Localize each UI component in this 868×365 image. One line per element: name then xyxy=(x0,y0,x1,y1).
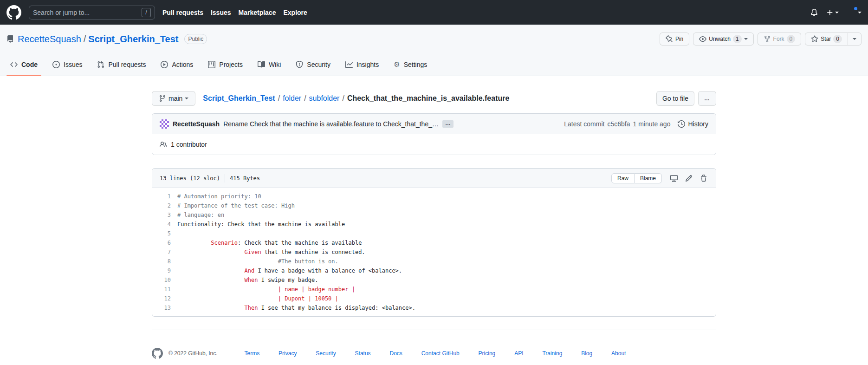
branch-name: main xyxy=(168,95,182,102)
open-in-desktop-button[interactable] xyxy=(667,173,681,184)
latest-commit-bar: RecetteSquash Rename Check that the mach… xyxy=(152,114,716,134)
tab-actions[interactable]: Actions xyxy=(153,53,201,76)
go-to-file-button[interactable]: Go to file xyxy=(656,91,694,106)
tab-projects[interactable]: Projects xyxy=(201,53,250,76)
header-nav-issues[interactable]: Issues xyxy=(211,9,231,16)
fork-count: 0 xyxy=(787,35,796,43)
notifications-button[interactable] xyxy=(810,9,818,16)
footer-link-blog[interactable]: Blog xyxy=(581,350,592,357)
commit-message-link[interactable]: Rename Check that the machine is availab… xyxy=(223,120,439,128)
line-number[interactable]: 13 xyxy=(152,303,171,313)
footer-link-terms[interactable]: Terms xyxy=(245,350,260,357)
line-content: | Dupont | 10050 | xyxy=(171,294,716,303)
commit-time: 1 minute ago xyxy=(633,120,670,128)
line-number[interactable]: 2 xyxy=(152,201,171,210)
breadcrumb: Script_Gherkin_Test/folder/subfolder/Che… xyxy=(203,94,509,103)
search-placeholder: Search or jump to... xyxy=(33,9,90,16)
tab-pull-requests[interactable]: Pull requests xyxy=(90,53,153,76)
footer-link-api[interactable]: API xyxy=(514,350,523,357)
repo-title: RecetteSquash / Script_Gherkin_Test Publ… xyxy=(18,34,207,45)
file-header: 13 lines (12 sloc) 415 Bytes Raw Blame xyxy=(152,169,716,188)
more-options-button[interactable]: … xyxy=(698,91,716,106)
footer-link-status[interactable]: Status xyxy=(355,350,371,357)
visibility-badge: Public xyxy=(184,34,207,44)
breadcrumb-folder-folder[interactable]: folder xyxy=(283,94,301,103)
line-number[interactable]: 1 xyxy=(152,192,171,201)
code-line: 10 When I swipe my badge. xyxy=(152,275,716,285)
breadcrumb-folder-subfolder[interactable]: subfolder xyxy=(309,94,340,103)
github-footer-logo-icon[interactable] xyxy=(152,348,163,359)
line-number[interactable]: 4 xyxy=(152,220,171,229)
breadcrumb-file-name: Check_that_the_machine_is_available.feat… xyxy=(347,94,510,103)
contributors-row[interactable]: 1 contributor xyxy=(152,134,716,155)
header-nav-explore[interactable]: Explore xyxy=(283,9,307,16)
line-number[interactable]: 3 xyxy=(152,210,171,220)
repo-tabs: CodeIssuesPull requestsActionsProjectsWi… xyxy=(0,53,868,76)
tab-settings[interactable]: ⚙Settings xyxy=(386,53,434,76)
commit-message-expand-button[interactable]: … xyxy=(442,120,453,128)
breadcrumb-repo-link[interactable]: Script_Gherkin_Test xyxy=(203,94,275,103)
device-desktop-icon xyxy=(670,175,678,182)
star-button[interactable]: Star 0 xyxy=(805,33,848,46)
footer-link-docs[interactable]: Docs xyxy=(389,350,402,357)
header-nav-pull-requests[interactable]: Pull requests xyxy=(162,9,203,16)
main-content: main Script_Gherkin_Test/folder/subfolde… xyxy=(152,91,716,317)
line-number[interactable]: 12 xyxy=(152,294,171,303)
repo-actions: Pin Unwatch 1 Fork 0 Star 0 xyxy=(660,33,862,46)
graph-icon xyxy=(345,61,353,68)
line-number[interactable]: 8 xyxy=(152,257,171,266)
tab-code[interactable]: Code xyxy=(3,53,45,76)
star-dropdown-button[interactable] xyxy=(848,33,862,46)
commit-sha-link[interactable]: c5c6bfa xyxy=(607,120,630,128)
user-menu-button[interactable] xyxy=(847,8,862,17)
chevron-down-icon xyxy=(185,98,188,99)
fork-button[interactable]: Fork 0 xyxy=(758,33,802,46)
footer-link-privacy[interactable]: Privacy xyxy=(279,350,297,357)
tab-label: Actions xyxy=(172,61,193,68)
line-number[interactable]: 5 xyxy=(152,229,171,238)
watch-count: 1 xyxy=(733,35,742,43)
repo-pagehead: RecetteSquash / Script_Gherkin_Test Publ… xyxy=(0,25,868,76)
create-new-button[interactable] xyxy=(826,9,839,16)
slash-key-hint: / xyxy=(142,8,151,17)
delete-file-button[interactable] xyxy=(696,173,711,184)
line-number[interactable]: 6 xyxy=(152,238,171,248)
tab-issues[interactable]: Issues xyxy=(45,53,90,76)
footer-link-security[interactable]: Security xyxy=(316,350,336,357)
branch-selector[interactable]: main xyxy=(152,91,195,106)
pin-button[interactable]: Pin xyxy=(660,33,689,46)
repo-owner-link[interactable]: RecetteSquash xyxy=(18,34,81,45)
repo-name-link[interactable]: Script_Gherkin_Test xyxy=(88,34,178,45)
header-nav-marketplace[interactable]: Marketplace xyxy=(239,9,276,16)
tab-label: Wiki xyxy=(269,61,281,68)
commit-author-link[interactable]: RecetteSquash xyxy=(173,120,220,128)
blame-button[interactable]: Blame xyxy=(635,173,662,183)
tab-security[interactable]: Security xyxy=(288,53,338,76)
line-number[interactable]: 10 xyxy=(152,275,171,285)
footer-link-contact-github[interactable]: Contact GitHub xyxy=(421,350,460,357)
line-number[interactable]: 7 xyxy=(152,248,171,257)
history-link[interactable]: History xyxy=(678,120,708,128)
edit-file-button[interactable] xyxy=(681,173,696,184)
commit-author-avatar[interactable] xyxy=(160,119,169,129)
github-logo-icon[interactable] xyxy=(6,5,21,20)
code-line: 9 And I have a badge with a balance of <… xyxy=(152,266,716,275)
line-number[interactable]: 11 xyxy=(152,285,171,294)
tab-wiki[interactable]: Wiki xyxy=(250,53,288,76)
chevron-down-icon xyxy=(744,38,748,40)
footer-link-pricing[interactable]: Pricing xyxy=(479,350,496,357)
code-line: 13 Then I see that my balance is display… xyxy=(152,303,716,313)
line-content: # language: en xyxy=(171,210,716,220)
unwatch-button[interactable]: Unwatch 1 xyxy=(693,33,753,46)
line-content: #The button is on. xyxy=(171,257,716,266)
code-line: 4Functionality: Check that the machine i… xyxy=(152,220,716,229)
search-input[interactable]: Search or jump to... / xyxy=(29,6,155,20)
footer-link-about[interactable]: About xyxy=(611,350,626,357)
chevron-down-icon xyxy=(853,38,856,40)
line-number[interactable]: 9 xyxy=(152,266,171,275)
git-branch-icon xyxy=(159,95,166,102)
footer-link-training[interactable]: Training xyxy=(542,350,562,357)
tab-insights[interactable]: Insights xyxy=(338,53,386,76)
raw-button[interactable]: Raw xyxy=(611,173,635,183)
line-content: When I swipe my badge. xyxy=(171,275,716,285)
